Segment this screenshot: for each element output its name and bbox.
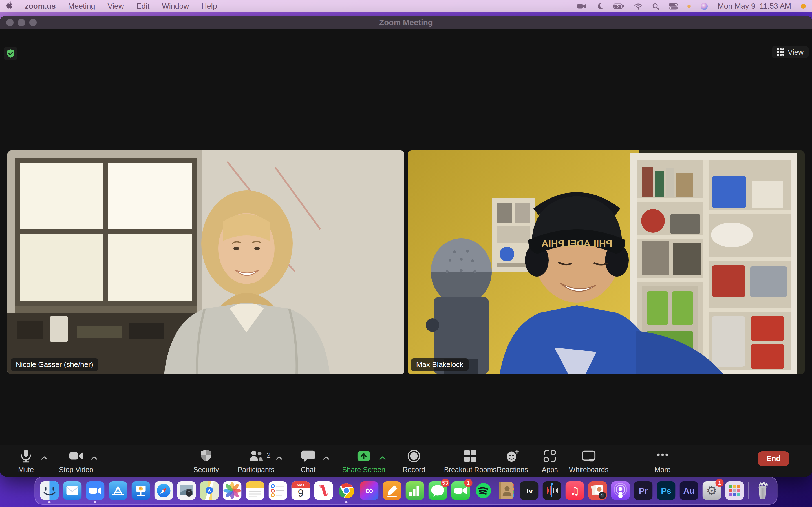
dock-creative-cloud-icon[interactable]: ∞	[360, 482, 378, 500]
toolbar-chat-button[interactable]: Chat	[277, 445, 339, 476]
dock-keynote-icon[interactable]	[132, 482, 150, 500]
menu-help[interactable]: Help	[201, 2, 217, 11]
video-tile-nicole[interactable]: Nicole Gasser (she/her)	[7, 151, 404, 374]
dock-chrome-running-indicator	[345, 501, 348, 503]
dock-facetime-icon[interactable]: 1	[451, 482, 470, 500]
dock-voice-memos-icon[interactable]	[543, 482, 561, 500]
dock-spotify-icon[interactable]	[474, 482, 493, 500]
svg-text:⚙: ⚙	[706, 483, 717, 498]
svg-text:Au: Au	[683, 486, 695, 496]
toolbar-record-button[interactable]: Record	[383, 445, 445, 476]
spotlight-search-icon[interactable]	[652, 3, 659, 10]
dock-audition-icon[interactable]: Au	[680, 482, 698, 500]
view-button[interactable]: View	[772, 46, 809, 58]
menu-meeting[interactable]: Meeting	[68, 2, 95, 11]
siri-icon[interactable]	[700, 3, 708, 10]
dock-numbers-icon[interactable]	[406, 482, 424, 500]
security-icon	[199, 448, 214, 464]
window-titlebar[interactable]: Zoom Meeting	[0, 16, 812, 29]
dock-photo-booth-icon[interactable]	[589, 482, 607, 500]
dock-system-preferences-badge: 1	[716, 479, 724, 487]
video-tile-max[interactable]: PHILADELPHIA Max Blakelock	[408, 151, 805, 374]
dock-finder-icon[interactable]	[40, 482, 59, 500]
toolbar-stop-video-chevron[interactable]	[91, 456, 98, 461]
toolbar-more-button[interactable]: More	[631, 445, 694, 476]
toolbar-more-label: More	[631, 466, 694, 474]
zoom-window: Zoom Meeting View	[0, 16, 812, 476]
dock-premiere-pro-icon[interactable]: Pr	[634, 482, 653, 500]
meeting-security-shield-button[interactable]	[4, 47, 17, 60]
svg-text:9: 9	[298, 487, 303, 499]
participant-video-nicole	[7, 151, 404, 374]
screen-recording-camera-icon[interactable]	[577, 3, 587, 10]
battery-charging-icon[interactable]	[613, 3, 624, 9]
dock-messages-icon[interactable]: 53	[428, 482, 447, 500]
participant-name-label: Max Blakelock	[411, 358, 469, 371]
dock-reminders-icon[interactable]	[269, 482, 287, 500]
participants-icon	[248, 448, 264, 464]
dock: MAY9∞531tv♫PrPsAu⚙1	[35, 476, 777, 505]
toolbar-whiteboards-button[interactable]: Whiteboards	[558, 445, 620, 476]
dock-mail-icon[interactable]	[63, 482, 82, 500]
participants-count: 2	[267, 451, 271, 459]
dock-notes-icon[interactable]	[246, 482, 264, 500]
dock-pages-icon[interactable]	[383, 482, 402, 500]
close-window-button[interactable]	[6, 19, 13, 26]
dock-calendar-icon[interactable]: MAY9	[292, 482, 310, 500]
view-button-label: View	[788, 48, 804, 57]
dock-preview-icon[interactable]	[177, 482, 196, 500]
dock-news-icon[interactable]	[314, 482, 333, 500]
minimize-window-button[interactable]	[18, 19, 25, 26]
reactions-icon	[505, 448, 520, 464]
apple-menu-icon[interactable]	[6, 1, 12, 11]
dock-app-store-icon[interactable]	[109, 482, 128, 500]
menu-zoom-us[interactable]: zoom.us	[25, 2, 56, 11]
zoom-window-button[interactable]	[29, 19, 37, 26]
dock-messages-badge: 53	[441, 479, 449, 487]
more-icon	[655, 448, 670, 464]
toolbar-chat-label: Chat	[277, 466, 339, 474]
shield-check-icon	[6, 49, 15, 58]
dock-photos-icon[interactable]	[223, 482, 242, 500]
meeting-toolbar: End MuteStop VideoSecurityParticipants2C…	[0, 445, 812, 476]
svg-text:♫: ♫	[570, 485, 579, 497]
stop-video-icon	[68, 448, 84, 464]
menu-bar-clock[interactable]: Mon May 9 11:53 AM	[718, 2, 791, 11]
toolbar-chat-chevron[interactable]	[322, 456, 330, 461]
toolbar-stop-video-label: Stop Video	[45, 466, 107, 474]
record-icon	[406, 448, 421, 464]
participant-video-max: PHILADELPHIA	[408, 151, 805, 374]
menu-window[interactable]: Window	[162, 2, 189, 11]
menu-bar: zoom.usMeetingViewEditWindowHelp Mon May…	[0, 0, 812, 12]
do-not-disturb-moon-icon[interactable]	[596, 3, 604, 10]
dock-zoom-icon[interactable]	[86, 482, 105, 500]
share-screen-icon	[356, 448, 371, 464]
dock-podcasts-icon[interactable]	[611, 482, 630, 500]
participant-name-label: Nicole Gasser (she/her)	[11, 358, 98, 371]
traffic-lights	[6, 19, 37, 26]
dock-contacts-icon[interactable]	[497, 482, 516, 500]
dock-launchpad-icon[interactable]	[725, 482, 744, 500]
dock-maps-icon[interactable]	[200, 482, 219, 500]
dock-photoshop-icon[interactable]: Ps	[657, 482, 675, 500]
toolbar-stop-video-button[interactable]: Stop Video	[45, 445, 107, 476]
apps-icon	[542, 448, 557, 464]
dock-safari-icon[interactable]	[154, 482, 173, 500]
dock-system-preferences-icon[interactable]: ⚙1	[703, 482, 721, 500]
svg-text:∞: ∞	[365, 484, 374, 497]
toolbar-record-label: Record	[383, 466, 445, 474]
menu-edit[interactable]: Edit	[137, 2, 150, 11]
whiteboards-icon	[581, 448, 596, 464]
dock-chrome-icon[interactable]	[337, 482, 356, 500]
svg-text:PHILADELPHIA: PHILADELPHIA	[541, 238, 612, 249]
dock-trash-icon[interactable]	[753, 482, 772, 500]
end-meeting-button[interactable]: End	[758, 451, 790, 466]
menu-bar-menus: zoom.usMeetingViewEditWindowHelp	[6, 1, 217, 11]
control-center-icon[interactable]	[669, 3, 678, 10]
mic-indicator-dot	[688, 4, 691, 8]
menu-view[interactable]: View	[108, 2, 124, 11]
dock-apple-tv-icon[interactable]: tv	[520, 482, 539, 500]
menu-bar-status: Mon May 9 11:53 AM	[577, 2, 806, 11]
dock-music-icon[interactable]: ♫	[566, 482, 584, 500]
wifi-icon[interactable]	[634, 3, 643, 10]
